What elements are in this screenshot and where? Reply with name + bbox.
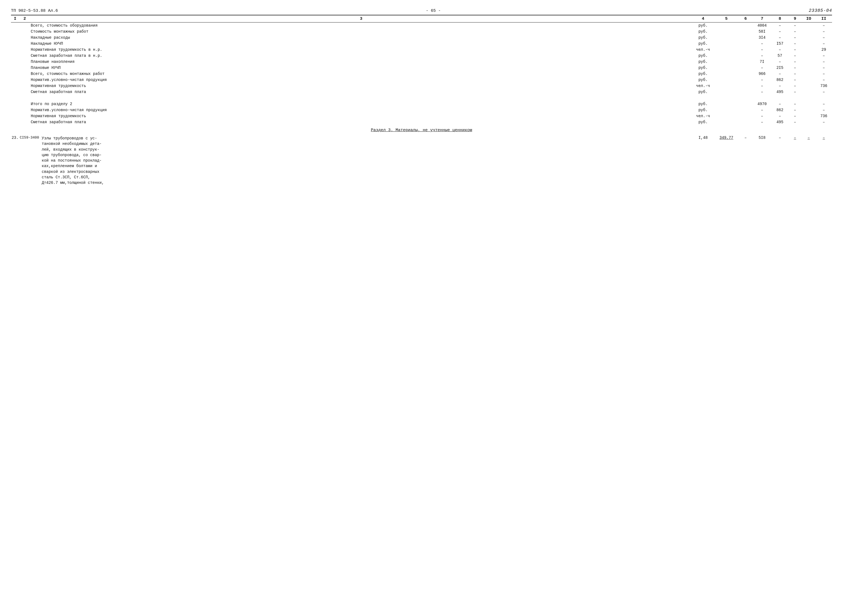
- table-row: Плановые накопленияруб.7I–––: [11, 59, 832, 65]
- col-header-1: I: [11, 16, 19, 21]
- col-header-8: 8: [772, 16, 788, 21]
- doc-reference: ТП 902-5-53.88 Ал.6: [11, 9, 58, 13]
- item-code: СI59-3400: [19, 135, 41, 140]
- table-row: Накладные НУЧПруб.–I57––: [11, 41, 832, 47]
- table-row: Итого по разделу 2руб.4970–––: [11, 101, 832, 107]
- table-row: Плановые НУЧПруб.–2I5––: [11, 65, 832, 71]
- column-headers: I 2 3 4 5 6 7 8 9 IO II: [11, 15, 832, 22]
- table-row: [11, 95, 832, 101]
- col-header-11: II: [815, 16, 832, 21]
- item-col10: –: [802, 135, 815, 140]
- item-col6: –: [739, 135, 752, 140]
- doc-number: 23385-04: [809, 8, 832, 13]
- item-col4: I,48: [692, 135, 714, 140]
- col-header-6: 6: [739, 16, 752, 21]
- table-row: Нормативная трудоемкость в н.р.чел.-ч–––…: [11, 47, 832, 53]
- item-23-row: 23. СI59-3400 Узлы трубопроводов с ус-та…: [11, 135, 832, 186]
- table-row: Нормативная трудоемкостьчел.-ч–––736: [11, 83, 832, 89]
- table-row: Сметная заработная плата в н.р.руб.–57––: [11, 53, 832, 59]
- col-header-7: 7: [752, 16, 772, 21]
- col-header-3: 3: [30, 16, 692, 21]
- data-rows: Всего, стоимость оборудованияруб.4004–––…: [11, 22, 832, 125]
- col-header-4: 4: [692, 16, 714, 21]
- table-row: Нормативная трудоемкостьчел.-ч–––736: [11, 113, 832, 119]
- table-row: Накладные расходыруб.3I4–––: [11, 35, 832, 41]
- col-header-2: 2: [19, 16, 30, 21]
- table-row: Стоимость монтажных работруб.58I–––: [11, 29, 832, 35]
- table-row: Сметная заработная платаруб.–495––: [11, 119, 832, 125]
- col-header-5: 5: [714, 16, 739, 21]
- table-row: Сметная заработная платаруб.–495––: [11, 89, 832, 95]
- item-col5: 349,77: [714, 135, 739, 140]
- table-row: Всего, стоимость монтажных работруб.966–…: [11, 71, 832, 77]
- page-header: ТП 902-5-53.88 Ал.6 - 65 - 23385-04: [11, 8, 832, 13]
- item-col9: –: [788, 135, 802, 140]
- page-number: - 65 -: [426, 9, 441, 13]
- item-col11: –: [815, 135, 832, 140]
- item-col7: 5I8: [752, 135, 772, 140]
- table-row: Всего, стоимость оборудованияруб.4004–––: [11, 22, 832, 29]
- item-num: 23.: [11, 135, 19, 140]
- section3-title: Раздел 3. Материалы, не учтенные ценнико…: [11, 128, 832, 132]
- col-header-9: 9: [788, 16, 802, 21]
- item-col8: –: [772, 135, 788, 140]
- col-header-10: IO: [802, 16, 815, 21]
- item-desc: Узлы трубопроводов с ус-тановкой необход…: [41, 135, 692, 186]
- table-row: Норматив.условно-чистая продукцияруб.–86…: [11, 107, 832, 113]
- table-row: Норматив.условно-чистая продукцияруб.–86…: [11, 77, 832, 83]
